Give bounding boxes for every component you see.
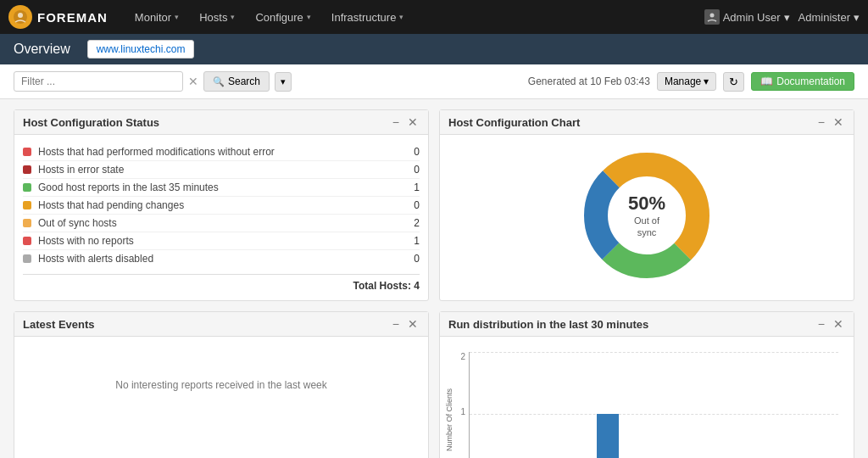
run-distribution-panel: Run distribution in the last 30 minutes …: [439, 311, 854, 458]
panel-controls: − ✕: [391, 317, 420, 331]
minimize-button[interactable]: −: [391, 317, 401, 331]
latest-events-panel: Latest Events − ✕ No interesting reports…: [14, 311, 429, 458]
svg-point-2: [709, 14, 714, 18]
bar-col: [623, 352, 654, 458]
latest-events-body: No interesting reports received in the l…: [14, 337, 428, 433]
minimize-button[interactable]: −: [816, 115, 826, 129]
chevron-down-icon: ▾: [854, 11, 860, 24]
bars-grid: [469, 352, 838, 458]
documentation-button[interactable]: 📖 Documentation: [751, 72, 854, 91]
bar-col: [470, 352, 500, 458]
bar-col: [746, 352, 776, 458]
host-config-status-panel: Host Configuration Status − ✕ Hosts that…: [14, 109, 429, 301]
administer-button[interactable]: Administer ▾: [798, 11, 860, 24]
minimize-button[interactable]: −: [816, 317, 826, 331]
bar-col: [531, 352, 562, 458]
close-button[interactable]: ✕: [406, 317, 420, 331]
latest-events-title: Latest Events: [23, 318, 95, 331]
status-row: Hosts that had performed modifications w…: [23, 143, 420, 161]
status-dot: [23, 254, 31, 263]
bar-chart-area: 210 Number Of Clients: [448, 345, 845, 458]
y-label: 1: [455, 407, 465, 416]
status-dot: [23, 148, 31, 156]
admin-user-menu[interactable]: Admin User ▾: [704, 9, 790, 25]
status-value: 0: [403, 199, 420, 211]
status-table: Hosts that had performed modifications w…: [23, 143, 420, 267]
url-badge: www.linuxtechi.com: [87, 40, 195, 59]
status-dot: [23, 219, 31, 227]
status-label: Good host reports in the last 35 minutes: [38, 182, 403, 193]
minimize-button[interactable]: −: [391, 115, 401, 129]
clear-filter-button[interactable]: ✕: [188, 75, 198, 88]
status-dot: [23, 183, 31, 192]
filterbar: ✕ 🔍 Search ▾ Generated at 10 Feb 03:43 M…: [0, 64, 868, 99]
chevron-down-icon: ▾: [307, 13, 311, 21]
status-label: Out of sync hosts: [38, 217, 403, 229]
host-config-status-header: Host Configuration Status − ✕: [14, 110, 428, 135]
bar-col: [500, 352, 531, 458]
close-button[interactable]: ✕: [406, 115, 420, 129]
status-row: Hosts with alerts disabled 0: [23, 250, 420, 267]
chevron-down-icon: ▾: [399, 13, 403, 21]
logo: FOREMAN: [8, 5, 108, 29]
close-button[interactable]: ✕: [832, 115, 845, 129]
page-title: Overview: [14, 42, 70, 57]
search-options-button[interactable]: ▾: [275, 72, 292, 92]
generated-label: Generated at 10 Feb 03:43: [528, 75, 650, 87]
status-dot: [23, 237, 31, 245]
svg-point-1: [18, 13, 23, 18]
search-icon: 🔍: [213, 76, 225, 87]
status-value: 1: [403, 235, 420, 247]
status-label: Hosts in error state: [38, 164, 403, 176]
run-distribution-title: Run distribution in the last 30 minutes: [448, 318, 648, 331]
bar-col: [654, 352, 685, 458]
host-config-chart-header: Host Configuration Chart − ✕: [440, 110, 854, 135]
search-button[interactable]: 🔍 Search: [203, 71, 270, 92]
bar-col: [562, 352, 593, 458]
manage-button[interactable]: Manage ▾: [657, 72, 716, 91]
host-config-status-body: Hosts that had performed modifications w…: [14, 135, 428, 300]
status-row: Hosts in error state 0: [23, 161, 420, 179]
nav-configure[interactable]: Configure ▾: [245, 0, 320, 34]
donut-label: 50% Out of sync: [628, 193, 665, 239]
y-label: 2: [455, 352, 465, 361]
user-icon: [704, 9, 720, 25]
filter-input[interactable]: [14, 71, 183, 92]
nav-infrastructure[interactable]: Infrastructure ▾: [321, 0, 415, 34]
y-axis-title: Number Of Clients: [445, 360, 453, 458]
status-label: Hosts with no reports: [38, 235, 403, 247]
status-label: Hosts that had performed modifications w…: [38, 146, 403, 158]
status-value: 0: [403, 146, 420, 158]
status-value: 1: [403, 182, 420, 193]
bars-row: [470, 352, 838, 458]
latest-events-header: Latest Events − ✕: [14, 312, 428, 337]
panel-controls: − ✕: [391, 115, 420, 129]
panel-controls: − ✕: [816, 115, 845, 129]
filter-left: ✕ 🔍 Search ▾: [14, 71, 292, 92]
status-row: Good host reports in the last 35 minutes…: [23, 179, 420, 197]
chevron-down-icon: ▾: [704, 75, 709, 87]
close-button[interactable]: ✕: [832, 317, 845, 331]
donut-percentage: 50%: [628, 193, 665, 215]
status-value: 2: [403, 217, 420, 229]
status-dot: [23, 165, 31, 174]
filter-right: Generated at 10 Feb 03:43 Manage ▾ ↻ 📖 D…: [528, 72, 854, 92]
run-distribution-header: Run distribution in the last 30 minutes …: [440, 312, 854, 337]
nav-right: Admin User ▾ Administer ▾: [704, 9, 860, 25]
donut-sublabel: Out of sync: [628, 215, 665, 239]
nav-monitor[interactable]: Monitor ▾: [125, 0, 189, 34]
bar-col: [808, 352, 838, 458]
foreman-logo-icon: [8, 5, 32, 29]
panel-controls: − ✕: [816, 317, 845, 331]
logo-text: FOREMAN: [37, 10, 108, 25]
host-config-chart-title: Host Configuration Chart: [448, 116, 580, 129]
run-distribution-body: 210 Number Of Clients: [440, 337, 854, 458]
subbar: Overview www.linuxtechi.com: [0, 34, 868, 64]
bar: [597, 414, 618, 458]
bar-col: [715, 352, 746, 458]
bar-col: [685, 352, 715, 458]
refresh-button[interactable]: ↻: [723, 72, 744, 92]
nav-hosts[interactable]: Hosts ▾: [189, 0, 245, 34]
chevron-down-icon: ▾: [231, 13, 235, 21]
bar-col: [593, 352, 623, 458]
